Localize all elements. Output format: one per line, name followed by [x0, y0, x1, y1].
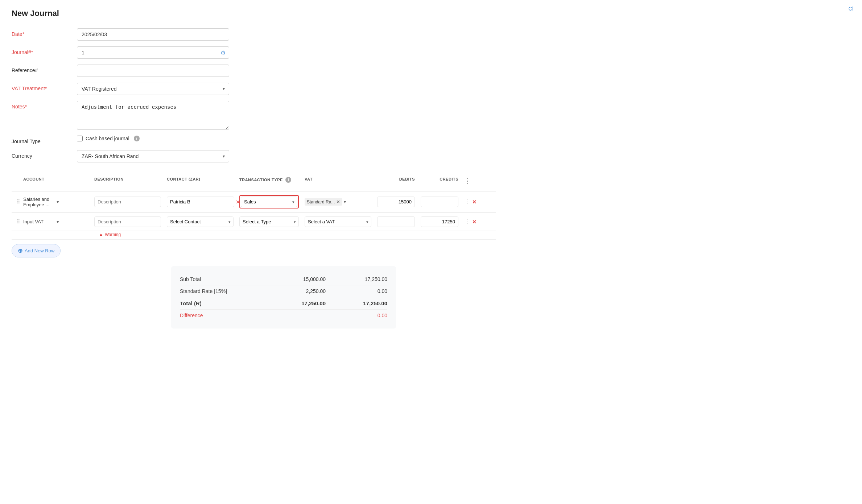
- row-actions-1: ⋮ ✕: [461, 197, 476, 207]
- total-amounts: 17,250.00 17,250.00: [293, 300, 387, 306]
- contact-wrapper-1: ✕ ▾: [167, 197, 234, 207]
- vat-treatment-wrapper: VAT Registered VAT Exempt Not Registered: [77, 83, 229, 95]
- row-actions-wrapper-1: ⋮ ✕: [464, 198, 473, 205]
- currency-row: Currency ZAR- South African Rand USD- US…: [12, 150, 496, 162]
- subtotal-label: Sub Total: [180, 276, 201, 282]
- vat-treatment-select[interactable]: VAT Registered VAT Exempt Not Registered: [77, 83, 229, 95]
- drag-handle-1[interactable]: ⠿: [15, 198, 22, 205]
- reference-input[interactable]: [77, 65, 229, 77]
- debit-input-1[interactable]: [377, 197, 415, 207]
- subtotal-debit: 15,000.00: [293, 276, 326, 282]
- table-outer: ACCOUNT DESCRIPTION CONTACT (ZAR) TRANSA…: [12, 174, 496, 240]
- contact-cell-2: Select Contact: [164, 215, 236, 228]
- contact-cell-1: ✕ ▾: [164, 195, 236, 208]
- row-actions-2: ⋮ ✕: [461, 217, 476, 227]
- transaction-type-col-header: TRANSACTION TYPE i: [236, 174, 302, 188]
- debits-col-header: DEBITS: [374, 174, 418, 188]
- difference-debit-placeholder: [293, 313, 326, 318]
- account-cell-2: ⠿ Input VAT ▾: [12, 217, 91, 227]
- journal-type-label: Journal Type: [12, 136, 77, 144]
- vat-col-header: VAT: [302, 174, 374, 188]
- table-row: ⠿ Salaries and Employee ... ▾: [12, 191, 496, 213]
- table-row-1: ⠿ Salaries and Employee ... ▾: [12, 191, 496, 212]
- cash-based-checkbox[interactable]: [77, 136, 83, 141]
- difference-row: Difference 0.00: [180, 310, 387, 321]
- debit-input-2[interactable]: [377, 216, 415, 227]
- vat-dropdown-1[interactable]: ▾: [344, 199, 346, 205]
- transaction-type-select-1[interactable]: Sales Purchase Other: [241, 197, 297, 207]
- transaction-type-info-icon[interactable]: i: [285, 177, 291, 183]
- transaction-type-select-wrapper-2: Select a Type Sales Purchase: [239, 216, 299, 227]
- reference-row: Reference#: [12, 65, 496, 77]
- close-button[interactable]: Cl: [849, 6, 853, 12]
- total-row: Total (R) 17,250.00 17,250.00: [180, 297, 387, 310]
- description-col-header: DESCRIPTION: [91, 174, 164, 188]
- account-cell-1: ⠿ Salaries and Employee ... ▾: [12, 195, 91, 209]
- account-select-2[interactable]: Input VAT ▾: [23, 219, 88, 224]
- date-label: Date*: [12, 28, 77, 37]
- subtotal-row: Sub Total 15,000.00 17,250.00: [180, 273, 387, 285]
- credit-input-2[interactable]: [421, 216, 458, 227]
- credits-col-header: CREDITS: [418, 174, 461, 188]
- credit-cell-1: [418, 195, 461, 208]
- row-more-btn-2[interactable]: ⋮: [464, 218, 470, 225]
- debit-cell-1: [374, 195, 418, 208]
- add-new-row-button[interactable]: ⊕ Add New Row: [12, 244, 61, 257]
- description-cell-1: [91, 195, 164, 208]
- account-col-header: ACCOUNT: [12, 174, 91, 188]
- drag-handle-2[interactable]: ⠿: [15, 218, 22, 225]
- row-actions-wrapper-2: ⋮ ✕: [464, 218, 473, 225]
- page-title: New Journal: [12, 9, 496, 18]
- gear-icon[interactable]: ⚙: [220, 49, 226, 56]
- journal-number-wrapper: ⚙: [77, 46, 229, 59]
- subtotal-amounts: 15,000.00 17,250.00: [293, 276, 387, 282]
- journal-form: Date* Journal#* ⚙ Reference# VAT Treatme…: [12, 28, 496, 162]
- warning-triangle-icon: ▲: [99, 232, 103, 237]
- journal-table-section: ACCOUNT DESCRIPTION CONTACT (ZAR) TRANSA…: [12, 174, 496, 329]
- difference-label: Difference: [180, 313, 203, 318]
- date-row: Date*: [12, 28, 496, 41]
- credit-input-1[interactable]: [421, 197, 458, 207]
- account-chevron-2[interactable]: ▾: [57, 219, 88, 224]
- journal-number-input[interactable]: [77, 46, 229, 59]
- actions-col-header: ⋮: [461, 174, 476, 188]
- debit-cell-2: [374, 215, 418, 228]
- vat-cell-1: Standard Ra... ✕ ▾: [302, 197, 374, 207]
- standard-rate-debit: 2,250.00: [293, 288, 326, 294]
- standard-rate-label: Standard Rate [15%]: [180, 288, 227, 294]
- notes-textarea[interactable]: Adjustment for accrued expenses: [77, 101, 229, 130]
- vat-wrapper-1: Standard Ra... ✕ ▾: [305, 198, 371, 206]
- contact-select-2[interactable]: Select Contact: [167, 216, 234, 227]
- journal-number-label: Journal#*: [12, 46, 77, 55]
- row-more-btn-1[interactable]: ⋮: [464, 198, 470, 205]
- plus-icon: ⊕: [18, 247, 22, 254]
- description-input-1[interactable]: [94, 197, 161, 207]
- credit-cell-2: [418, 215, 461, 228]
- contact-input-1[interactable]: [167, 197, 234, 207]
- journal-type-row: Journal Type Cash based journal i: [12, 136, 496, 144]
- vat-select-2[interactable]: Select a VAT: [305, 216, 371, 227]
- row-delete-btn-1[interactable]: ✕: [472, 199, 477, 205]
- vat-select-wrapper-2: Select a VAT: [305, 216, 371, 227]
- table-more-icon[interactable]: ⋮: [464, 177, 471, 185]
- info-icon[interactable]: i: [134, 136, 140, 141]
- account-chevron-1[interactable]: ▾: [57, 199, 88, 205]
- transaction-type-cell-1: Sales Purchase Other: [236, 194, 302, 210]
- table-row: ⠿ Input VAT ▾ Select Con: [12, 213, 496, 240]
- row-delete-btn-2[interactable]: ✕: [472, 219, 477, 225]
- contact-select-wrapper-2: Select Contact: [167, 216, 234, 227]
- difference-value: 0.00: [355, 313, 387, 318]
- table-row-2: ⠿ Input VAT ▾ Select Con: [12, 213, 496, 231]
- transaction-type-cell-2: Select a Type Sales Purchase: [236, 215, 302, 228]
- date-input[interactable]: [77, 28, 229, 41]
- currency-select[interactable]: ZAR- South African Rand USD- US Dollar E…: [77, 150, 229, 162]
- table-header: ACCOUNT DESCRIPTION CONTACT (ZAR) TRANSA…: [12, 174, 496, 191]
- description-input-2[interactable]: [94, 216, 161, 227]
- transaction-type-select-2[interactable]: Select a Type Sales Purchase: [239, 216, 299, 227]
- vat-cell-2: Select a VAT: [302, 215, 374, 228]
- subtotal-credit: 17,250.00: [355, 276, 387, 282]
- standard-rate-credit: 0.00: [355, 288, 387, 294]
- vat-remove-1[interactable]: ✕: [336, 199, 340, 205]
- account-select-1[interactable]: Salaries and Employee ... ▾: [23, 197, 88, 207]
- cash-based-label: Cash based journal: [86, 136, 129, 141]
